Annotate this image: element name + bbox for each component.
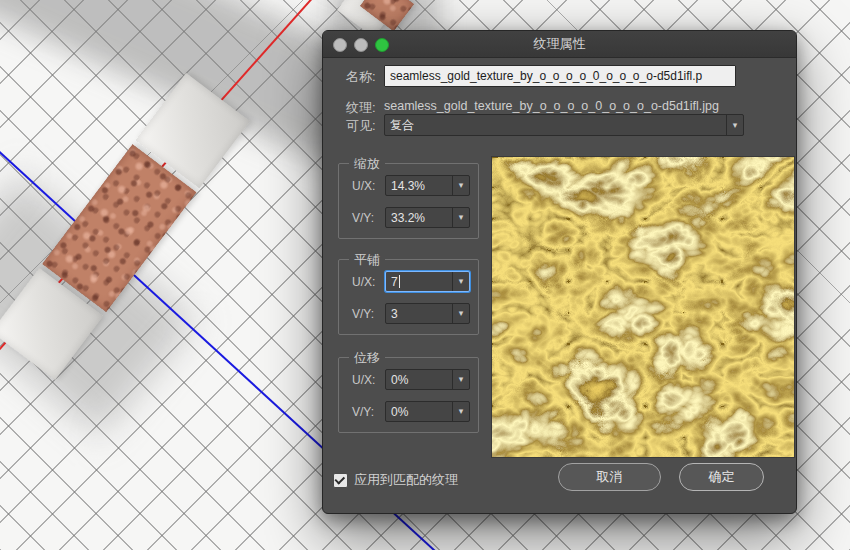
texture-properties-dialog: 纹理属性 名称: 纹理: seamless_gold_texture_by_o_… xyxy=(322,30,797,514)
apply-to-matching-checkbox-row: 应用到匹配的纹理 xyxy=(333,471,458,489)
offset-ux-row: U/X: 0% ▾ xyxy=(352,369,470,390)
close-button[interactable] xyxy=(333,38,347,52)
offset-vy-value[interactable]: 0% xyxy=(386,402,452,421)
tile-ux-value[interactable]: 7 xyxy=(386,272,452,291)
apply-to-matching-checkbox[interactable] xyxy=(333,473,348,488)
texture-filename: seamless_gold_texture_by_o_o_o_o_0_o_o_o… xyxy=(384,99,719,113)
dialog-title: 纹理属性 xyxy=(323,35,796,53)
zoom-button[interactable] xyxy=(375,38,389,52)
texture-preview-image xyxy=(491,156,795,458)
offset-group: 位移 U/X: 0% ▾ V/Y: 0% ▾ xyxy=(338,357,479,433)
scale-group-title: 缩放 xyxy=(349,155,385,173)
scale-ux-row: U/X: 14.3% ▾ xyxy=(352,175,470,196)
offset-ux-label: U/X: xyxy=(352,373,385,387)
offset-ux-value[interactable]: 0% xyxy=(386,370,452,389)
scale-vy-value[interactable]: 33.2% xyxy=(386,208,452,227)
tile-ux-row: U/X: 7 ▾ xyxy=(352,271,470,292)
offset-group-title: 位移 xyxy=(349,349,385,367)
visible-dropdown-value[interactable]: 复合 xyxy=(385,115,726,135)
offset-ux-combobox[interactable]: 0% ▾ xyxy=(385,369,470,390)
dialog-titlebar[interactable]: 纹理属性 xyxy=(323,31,796,58)
chevron-down-icon[interactable]: ▾ xyxy=(452,176,469,195)
tile-vy-label: V/Y: xyxy=(352,307,385,321)
offset-vy-combobox[interactable]: 0% ▾ xyxy=(385,401,470,422)
tile-vy-combobox[interactable]: 3 ▾ xyxy=(385,303,470,324)
scale-ux-value[interactable]: 14.3% xyxy=(386,176,452,195)
name-input[interactable] xyxy=(384,65,736,87)
checkbox-check-icon xyxy=(334,474,345,485)
chevron-down-icon[interactable]: ▾ xyxy=(452,402,469,421)
tile-group-title: 平铺 xyxy=(349,251,385,269)
name-label: 名称: xyxy=(346,68,376,86)
minimize-button[interactable] xyxy=(354,38,368,52)
offset-vy-label: V/Y: xyxy=(352,405,385,419)
tile-vy-row: V/Y: 3 ▾ xyxy=(352,303,470,324)
scale-vy-label: V/Y: xyxy=(352,211,385,225)
chevron-down-icon[interactable]: ▾ xyxy=(452,272,469,291)
offset-vy-row: V/Y: 0% ▾ xyxy=(352,401,470,422)
tile-vy-value[interactable]: 3 xyxy=(386,304,452,323)
scale-ux-label: U/X: xyxy=(352,179,385,193)
visible-label: 可见: xyxy=(346,117,376,135)
traffic-lights xyxy=(333,38,389,52)
scale-group: 缩放 U/X: 14.3% ▾ V/Y: 33.2% ▾ xyxy=(338,163,479,239)
texture-label: 纹理: xyxy=(346,99,376,117)
tile-group: 平铺 U/X: 7 ▾ V/Y: 3 ▾ xyxy=(338,259,479,335)
chevron-down-icon[interactable]: ▾ xyxy=(452,304,469,323)
cancel-button[interactable]: 取消 xyxy=(558,463,661,491)
visible-dropdown[interactable]: 复合 ▾ xyxy=(384,114,744,136)
tile-ux-label: U/X: xyxy=(352,275,385,289)
tile-ux-combobox[interactable]: 7 ▾ xyxy=(385,271,470,292)
chevron-down-icon[interactable]: ▾ xyxy=(726,115,743,135)
scale-vy-row: V/Y: 33.2% ▾ xyxy=(352,207,470,228)
scale-ux-combobox[interactable]: 14.3% ▾ xyxy=(385,175,470,196)
chevron-down-icon[interactable]: ▾ xyxy=(452,370,469,389)
ok-button[interactable]: 确定 xyxy=(679,463,764,491)
chevron-down-icon[interactable]: ▾ xyxy=(452,208,469,227)
scale-vy-combobox[interactable]: 33.2% ▾ xyxy=(385,207,470,228)
text-cursor xyxy=(399,275,400,288)
apply-checkbox-label: 应用到匹配的纹理 xyxy=(354,471,458,489)
